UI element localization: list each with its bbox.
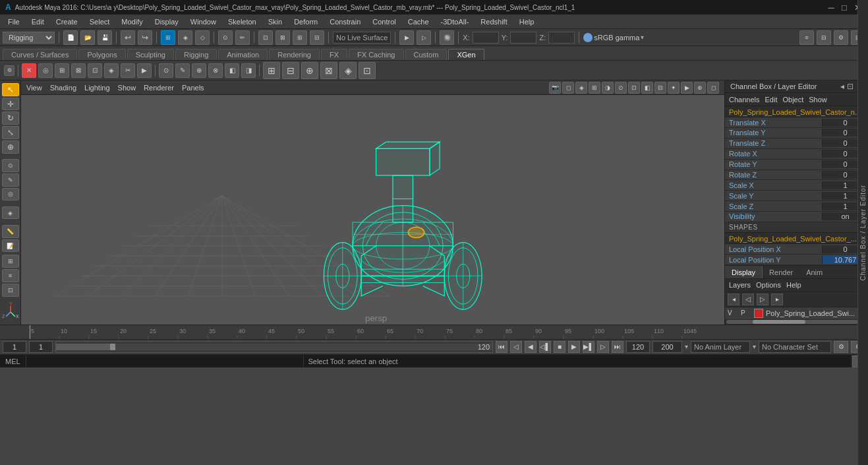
annotation-button[interactable]: 📝: [2, 239, 19, 253]
play-back-button[interactable]: ◁▌: [539, 341, 551, 353]
playback-max-input[interactable]: [652, 341, 682, 353]
attribute-editor-strip[interactable]: Channel Box / Layer Editor: [857, 0, 868, 465]
timeline-ruler[interactable]: 5 10 15 20 25 30 35 40 45 50 55 60 65 70…: [0, 325, 868, 340]
menu-window[interactable]: Window: [185, 16, 221, 27]
menu-file[interactable]: File: [3, 16, 25, 27]
preview-icon[interactable]: ▶: [137, 63, 152, 78]
large-tool2[interactable]: ⊟: [282, 62, 299, 79]
display-tab[interactable]: Display: [725, 266, 763, 278]
layer-scrollbar[interactable]: [725, 320, 868, 325]
render-tab[interactable]: Render: [763, 266, 799, 278]
xgen-icon[interactable]: ✕: [22, 63, 36, 78]
menu-select[interactable]: Select: [84, 16, 115, 27]
large-tool5[interactable]: ◈: [339, 62, 357, 79]
show-manip-button[interactable]: ◎: [2, 188, 19, 201]
select-by-component[interactable]: ◇: [195, 30, 210, 45]
construction-history[interactable]: 🔘: [440, 30, 454, 45]
tab-animation[interactable]: Animation: [218, 49, 268, 60]
redo-button[interactable]: ↪: [138, 30, 152, 45]
maximize-button[interactable]: □: [839, 2, 850, 13]
vp-isolate-icon[interactable]: ⊙: [615, 82, 627, 94]
select-tool-button[interactable]: ↖: [2, 83, 19, 96]
vp-ratio-icon[interactable]: ◻: [707, 82, 719, 94]
vp-shadow-icon[interactable]: ◑: [602, 82, 614, 94]
region-icon[interactable]: ⊠: [71, 63, 86, 78]
vp-menu-show[interactable]: Show: [118, 84, 136, 92]
vp-camera-icon[interactable]: 📷: [549, 82, 561, 94]
menu-create[interactable]: Create: [51, 16, 83, 27]
snap-curve[interactable]: ⊠: [275, 30, 290, 45]
menu-3dtool[interactable]: -3DtoAll-: [436, 16, 475, 27]
channels-menu[interactable]: Channels: [729, 96, 759, 104]
menu-control[interactable]: Control: [367, 16, 401, 27]
tab-xgen[interactable]: XGen: [448, 49, 484, 60]
edit-menu[interactable]: Edit: [765, 96, 777, 104]
channel-box-toggle[interactable]: ≡: [799, 30, 814, 45]
snap-surface[interactable]: ⊟: [310, 30, 324, 45]
menu-edit[interactable]: Edit: [26, 16, 49, 27]
stop-button[interactable]: ■: [554, 341, 565, 353]
scene-view[interactable]: persp: [21, 95, 724, 325]
render-preview[interactable]: ▶: [399, 30, 414, 45]
tool3-icon[interactable]: ⊕: [192, 63, 206, 78]
brush1-icon[interactable]: ⊙: [159, 63, 173, 78]
menu-help[interactable]: Help: [514, 16, 540, 27]
tab-fx-caching[interactable]: FX Caching: [349, 49, 403, 60]
universal-tool-button[interactable]: ⊕: [2, 140, 19, 154]
tab-sculpting[interactable]: Sculpting: [127, 49, 174, 60]
tab-fx[interactable]: FX: [321, 49, 347, 60]
options-menu[interactable]: Options: [756, 281, 781, 289]
open-button[interactable]: 📂: [80, 30, 95, 45]
anim-settings-button[interactable]: ⚙: [834, 341, 848, 353]
vp-menu-panels[interactable]: Panels: [182, 84, 204, 92]
xyz-z-input[interactable]: [548, 32, 575, 44]
viewport[interactable]: View Shading Lighting Show Renderer Pane…: [21, 80, 724, 325]
vp-smooth-icon[interactable]: ◈: [575, 82, 587, 94]
attribute-editor-toggle[interactable]: ⊟: [817, 30, 831, 45]
large-tool3[interactable]: ⊕: [301, 62, 318, 79]
frame-range-thumb[interactable]: [110, 344, 115, 350]
snap-grid[interactable]: ⊡: [258, 30, 273, 45]
layer-visibility-toggle[interactable]: V: [728, 309, 738, 317]
start-frame-input[interactable]: [29, 341, 53, 353]
menu-modify[interactable]: Modify: [116, 16, 148, 27]
minimize-button[interactable]: ─: [826, 2, 836, 13]
layer-arrow-left2[interactable]: ◁: [742, 294, 754, 305]
large-tool4[interactable]: ⊠: [320, 62, 337, 79]
menu-skin[interactable]: Skin: [263, 16, 287, 27]
layer-name[interactable]: Poly_Spring_Loaded_Swi...: [766, 309, 865, 317]
vp-texture-icon[interactable]: ⊞: [589, 82, 600, 94]
vp-anim-icon[interactable]: ▶: [681, 82, 693, 94]
tab-polygons[interactable]: Polygons: [78, 49, 125, 60]
scroll-thumb[interactable]: [753, 320, 805, 324]
menu-display[interactable]: Display: [150, 16, 184, 27]
move-tool-button[interactable]: ✛: [2, 98, 19, 111]
gamma-dropdown-icon[interactable]: ▾: [641, 34, 644, 41]
brush2-icon[interactable]: ✎: [175, 63, 190, 78]
go-end-button[interactable]: ⏭: [612, 341, 623, 353]
layer-arrow-right2[interactable]: ▸: [771, 294, 783, 305]
playback-end-input[interactable]: [626, 341, 650, 353]
layers-menu[interactable]: Layers: [729, 281, 751, 289]
show-menu[interactable]: Show: [809, 96, 827, 104]
soft-select-button[interactable]: ⊙: [2, 159, 19, 172]
vp-grid-icon[interactable]: ⊡: [628, 82, 640, 94]
prev-frame-button[interactable]: ◁: [510, 341, 522, 353]
new-scene-button[interactable]: 📄: [63, 30, 78, 45]
paint-ops-button[interactable]: ✎: [2, 173, 19, 187]
current-frame-input[interactable]: [3, 341, 26, 353]
workflow-dropdown[interactable]: Rigging Animation Modeling: [3, 32, 55, 44]
settings-icon-small[interactable]: ⚙: [4, 65, 14, 76]
go-start-button[interactable]: ⏮: [496, 341, 507, 353]
large-tool1[interactable]: ⊞: [263, 62, 280, 79]
large-tool6[interactable]: ⊡: [359, 62, 376, 79]
tool6-icon[interactable]: ◨: [241, 63, 256, 78]
tool-settings-toggle[interactable]: ⚙: [834, 30, 848, 45]
anim-tab[interactable]: Anim: [799, 266, 829, 278]
menu-cache[interactable]: Cache: [403, 16, 434, 27]
guides-icon[interactable]: ⊞: [55, 63, 69, 78]
description-icon[interactable]: ◎: [38, 63, 53, 78]
menu-redshift[interactable]: Redshift: [475, 16, 512, 27]
cut-icon[interactable]: ✂: [121, 63, 135, 78]
layer-arrow-right[interactable]: ▷: [757, 294, 768, 305]
